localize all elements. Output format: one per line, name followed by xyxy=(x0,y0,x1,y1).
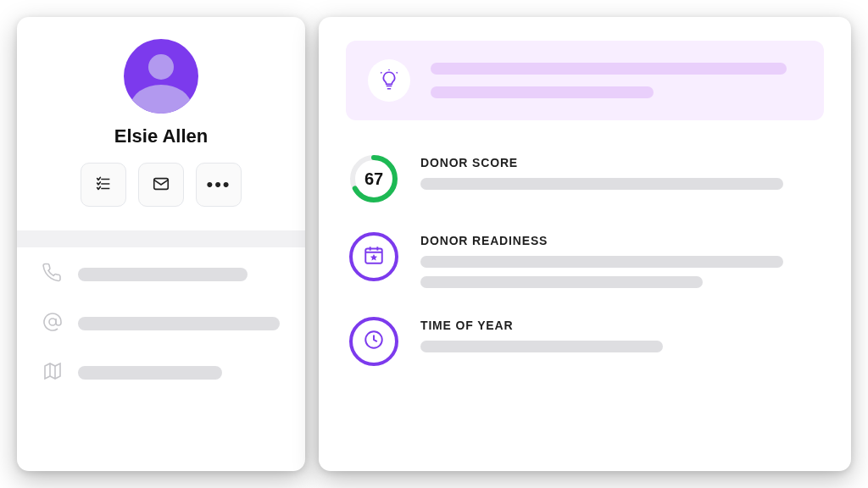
mail-icon xyxy=(152,175,170,196)
profile-card: Elsie Allen ••• xyxy=(17,17,305,471)
placeholder-line xyxy=(420,178,783,190)
score-arc: 67 xyxy=(349,154,398,203)
contact-details xyxy=(17,247,305,385)
clock-icon xyxy=(363,329,385,354)
profile-name: Elsie Allen xyxy=(114,125,208,147)
list-button[interactable] xyxy=(81,163,126,207)
svg-marker-5 xyxy=(45,363,60,379)
placeholder-line xyxy=(78,366,222,380)
time-ring xyxy=(349,317,398,366)
metrics-list: 67 DONOR SCORE DONOR READINESS xyxy=(346,154,824,366)
metric-donor-readiness: DONOR READINESS xyxy=(349,232,824,288)
placeholder-line xyxy=(78,268,248,281)
placeholder-line xyxy=(420,276,703,288)
map-icon xyxy=(42,361,63,385)
contact-row-email xyxy=(42,312,280,336)
placeholder-line xyxy=(431,86,654,98)
avatar xyxy=(124,39,198,114)
divider xyxy=(17,230,305,247)
calendar-star-icon xyxy=(363,244,385,269)
app-root: Elsie Allen ••• xyxy=(0,0,868,488)
placeholder-line xyxy=(78,317,280,330)
contact-row-address xyxy=(42,361,280,385)
at-icon xyxy=(42,312,63,336)
metric-label: TIME OF YEAR xyxy=(420,319,824,332)
insights-card: 67 DONOR SCORE DONOR READINESS xyxy=(319,17,851,471)
metric-label: DONOR SCORE xyxy=(420,156,824,169)
mail-button[interactable] xyxy=(138,163,184,207)
svg-marker-17 xyxy=(370,254,377,261)
placeholder-line xyxy=(420,256,783,268)
lightbulb-icon xyxy=(368,59,410,102)
metric-donor-score: 67 DONOR SCORE xyxy=(349,154,824,203)
placeholder-line xyxy=(420,341,663,352)
svg-line-10 xyxy=(397,72,398,73)
placeholder-line xyxy=(431,63,787,75)
svg-line-9 xyxy=(381,72,381,73)
more-button[interactable]: ••• xyxy=(196,163,242,207)
banner-lines xyxy=(431,63,802,98)
metric-time-of-year: TIME OF YEAR xyxy=(349,317,824,366)
contact-row-phone xyxy=(42,263,280,286)
profile-action-row: ••• xyxy=(81,163,242,207)
readiness-ring xyxy=(349,232,398,281)
list-icon xyxy=(94,175,113,196)
metric-label: DONOR READINESS xyxy=(420,234,824,247)
svg-point-4 xyxy=(49,319,56,325)
score-value: 67 xyxy=(349,154,398,203)
insight-banner xyxy=(346,41,824,120)
phone-icon xyxy=(42,263,63,286)
